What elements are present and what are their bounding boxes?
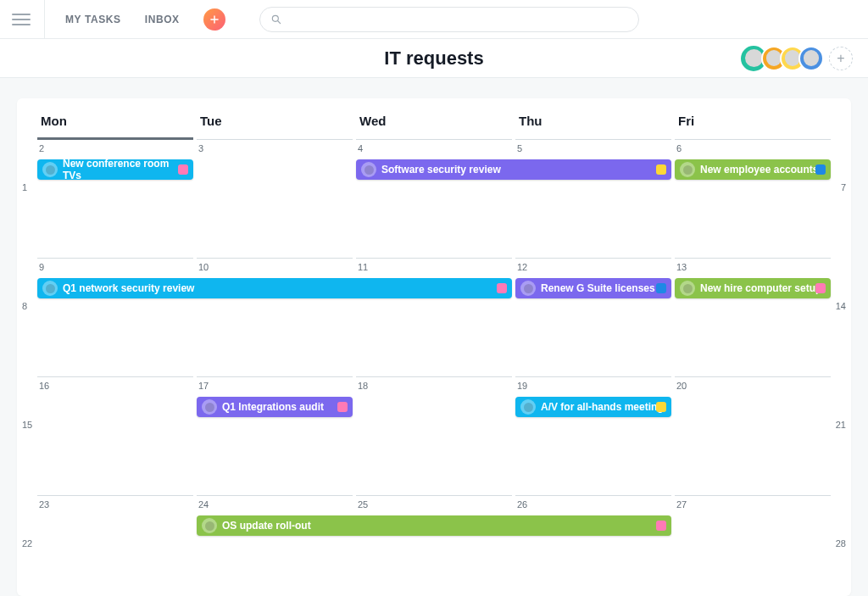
- day-cell[interactable]: 6: [675, 139, 831, 252]
- task-tag: [656, 283, 666, 293]
- task-conf-tvs[interactable]: New conference room TVs: [37, 159, 193, 180]
- task-tag: [815, 164, 826, 175]
- task-label: New conference room TVs: [63, 158, 188, 181]
- search-box[interactable]: [259, 7, 639, 32]
- day-number: 4: [358, 143, 363, 153]
- task-av-allhands[interactable]: A/V for all-hands meeting: [515, 397, 671, 417]
- task-new-accounts[interactable]: New employee accounts: [675, 159, 831, 180]
- day-header: Tue: [195, 114, 354, 128]
- day-cell[interactable]: 3: [197, 139, 353, 252]
- day-cell[interactable]: 19: [515, 376, 671, 489]
- day-cell[interactable]: 23: [37, 495, 193, 571]
- gutter-left: 181522: [17, 139, 36, 596]
- task-label: Software security review: [381, 164, 501, 175]
- calendar-week: 910111213Q1 network security reviewRenew…: [36, 252, 832, 370]
- nav-my-tasks[interactable]: MY TASKS: [65, 14, 121, 25]
- assignee-avatar: [202, 518, 217, 533]
- day-number: 18: [358, 381, 368, 391]
- task-tag: [337, 402, 348, 412]
- task-sec-review[interactable]: Software security review: [356, 159, 671, 180]
- day-number: 26: [517, 499, 527, 510]
- calendar-week: 23456New conference room TVsSoftware sec…: [36, 133, 832, 252]
- task-label: New hire computer setup: [700, 282, 821, 294]
- calendar-weeks: 23456New conference room TVsSoftware sec…: [17, 133, 851, 571]
- day-number: 3: [198, 143, 203, 153]
- day-cell[interactable]: 12: [515, 258, 671, 370]
- assignee-avatar: [680, 162, 695, 177]
- task-tag: [656, 521, 666, 531]
- day-cell[interactable]: 16: [37, 376, 193, 489]
- page-title: IT requests: [384, 47, 483, 70]
- day-cell[interactable]: 5: [515, 139, 671, 252]
- gutter-right: 7142128: [832, 139, 851, 596]
- day-number: 16: [39, 381, 49, 391]
- day-cell[interactable]: 2: [37, 137, 193, 252]
- task-os-rollout[interactable]: OS update roll-out: [197, 515, 671, 536]
- overflow-day-left: 1: [22, 182, 27, 192]
- day-cell[interactable]: 18: [356, 376, 512, 489]
- day-number: 19: [517, 381, 527, 391]
- task-label: OS update roll-out: [222, 520, 311, 532]
- day-number: 6: [676, 143, 682, 153]
- overflow-day-left: 22: [22, 538, 32, 549]
- member-avatar[interactable]: [798, 46, 824, 71]
- day-header: Mon: [36, 114, 195, 128]
- overflow-day-right: 7: [841, 182, 846, 192]
- task-label: Q1 network security review: [63, 282, 194, 294]
- day-number: 13: [676, 262, 687, 272]
- day-cell[interactable]: 9: [37, 258, 193, 370]
- task-tag: [497, 283, 507, 293]
- add-member-button[interactable]: +: [829, 47, 853, 70]
- nav-inbox[interactable]: INBOX: [145, 14, 180, 25]
- day-number: 23: [39, 499, 49, 510]
- task-tag: [815, 283, 826, 293]
- assignee-avatar: [42, 162, 58, 177]
- task-tag: [656, 164, 666, 175]
- day-cell[interactable]: 10: [197, 258, 353, 370]
- add-button[interactable]: [203, 8, 225, 31]
- day-cell[interactable]: 17: [197, 376, 353, 489]
- day-cell[interactable]: 27: [675, 495, 831, 571]
- menu-icon[interactable]: [12, 10, 31, 29]
- day-cell[interactable]: 13: [675, 258, 831, 370]
- project-members: +: [739, 44, 853, 73]
- task-tag: [178, 164, 188, 175]
- calendar-week: 2324252627OS update roll-out: [36, 489, 832, 571]
- calendar-week: 1617181920Q1 Integrations auditA/V for a…: [36, 370, 832, 489]
- day-cell[interactable]: 4: [356, 139, 512, 252]
- top-bar: MY TASKS INBOX: [0, 0, 868, 39]
- day-header: Wed: [354, 114, 514, 128]
- day-number: 24: [198, 499, 209, 510]
- task-q1-network[interactable]: Q1 network security review: [37, 278, 512, 298]
- search-icon: [270, 14, 282, 25]
- task-new-hire-comp[interactable]: New hire computer setup: [675, 278, 831, 298]
- task-label: Renew G Suite licenses: [541, 282, 655, 294]
- task-label: A/V for all-hands meeting: [541, 401, 664, 413]
- assignee-avatar: [202, 399, 217, 415]
- calendar: MonTueWedThuFri 23456New conference room…: [17, 98, 851, 596]
- overflow-day-left: 15: [22, 420, 32, 430]
- day-number: 10: [198, 262, 209, 272]
- day-number: 5: [517, 143, 522, 153]
- day-cell[interactable]: 11: [356, 258, 512, 370]
- day-number: 20: [676, 381, 687, 391]
- assignee-avatar: [520, 399, 536, 415]
- task-gsuite[interactable]: Renew G Suite licenses: [515, 278, 671, 298]
- day-header: Fri: [673, 114, 832, 128]
- day-headers: MonTueWedThuFri: [17, 114, 851, 133]
- overflow-day-right: 21: [836, 420, 846, 430]
- assignee-avatar: [361, 162, 376, 177]
- assignee-avatar: [520, 281, 536, 296]
- overflow-day-right: 14: [836, 301, 846, 311]
- task-q1-integ[interactable]: Q1 Integrations audit: [197, 397, 353, 417]
- svg-point-0: [272, 15, 278, 21]
- task-tag: [656, 402, 666, 412]
- plus-icon: [209, 14, 220, 25]
- task-label: Q1 Integrations audit: [222, 401, 324, 413]
- search-input[interactable]: [289, 13, 628, 25]
- day-cell[interactable]: 20: [675, 376, 831, 489]
- day-header: Thu: [514, 114, 673, 128]
- day-number: 25: [358, 499, 368, 510]
- day-number: 2: [39, 143, 44, 153]
- day-number: 27: [676, 499, 687, 510]
